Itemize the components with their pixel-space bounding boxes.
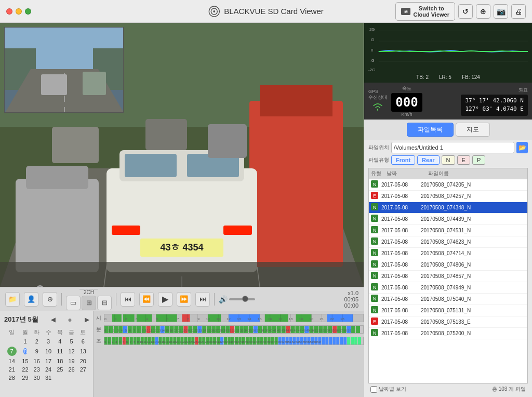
- camera-button[interactable]: 📷: [494, 4, 508, 19]
- timeline-hour-track[interactable]: 0 1 2 3 4 5 6 7 8 9 10 11 12: [104, 314, 364, 322]
- cal-day[interactable]: 11: [54, 346, 65, 357]
- main-video[interactable]: 43ㅎ 4354: [0, 23, 364, 287]
- svg-text:43ㅎ 4354: 43ㅎ 4354: [160, 242, 203, 253]
- n-filter-button[interactable]: N: [442, 155, 455, 165]
- file-list-item[interactable]: N2017-05-0820170508_074857_N: [369, 271, 527, 282]
- cal-day[interactable]: 17: [43, 357, 54, 365]
- cal-day[interactable]: [77, 374, 89, 382]
- cal-day[interactable]: 9: [31, 346, 43, 357]
- rear-filter-button[interactable]: Rear: [417, 155, 439, 165]
- cal-day[interactable]: 23: [31, 365, 43, 374]
- cal-day[interactable]: 7: [4, 346, 19, 357]
- file-list-item[interactable]: N2017-05-0820170508_075200_N: [369, 328, 527, 339]
- cal-day[interactable]: 10: [43, 346, 54, 357]
- file-list-item[interactable]: E2017-05-0820170508_075133_E: [369, 316, 527, 328]
- file-list-item[interactable]: N2017-05-0820170508_074439_N: [369, 214, 527, 225]
- dual-view-button[interactable]: ⊞: [82, 296, 96, 310]
- col-type: 유형: [369, 168, 384, 179]
- cal-day[interactable]: 25: [54, 365, 65, 374]
- skip-forward-button[interactable]: ⏭: [195, 292, 210, 307]
- cal-day[interactable]: 24: [43, 365, 54, 374]
- cal-day[interactable]: 13: [77, 346, 89, 357]
- cal-day[interactable]: 15: [19, 357, 31, 365]
- file-list-item[interactable]: N2017-05-0820170508_075131_N: [369, 305, 527, 316]
- location-button[interactable]: ⊕: [476, 4, 490, 19]
- timeline-minute-track[interactable]: 0 1 2 3 4 5 6 7 8 9 10 11 12: [104, 325, 364, 334]
- cal-day[interactable]: 6: [77, 337, 89, 346]
- p-filter-button[interactable]: P: [472, 155, 485, 165]
- cal-day[interactable]: 2: [31, 337, 43, 346]
- cal-day[interactable]: 30: [31, 374, 43, 382]
- cal-day[interactable]: 29: [19, 374, 31, 382]
- people-button[interactable]: 👤: [24, 292, 38, 307]
- map-tab[interactable]: 지도: [456, 123, 490, 137]
- cal-day[interactable]: 27: [77, 365, 89, 374]
- cal-day[interactable]: 26: [65, 365, 77, 374]
- e-filter-button[interactable]: E: [457, 155, 470, 165]
- cal-day[interactable]: 3: [43, 337, 54, 346]
- cal-day[interactable]: 14: [4, 357, 19, 365]
- file-list-item[interactable]: N2017-05-0820170508_075040_N: [369, 294, 527, 305]
- cal-day[interactable]: 8: [19, 346, 31, 357]
- svg-text:20: 20: [309, 317, 313, 321]
- maximize-button[interactable]: [25, 8, 31, 15]
- single-view-button[interactable]: ▭: [66, 296, 81, 310]
- file-open-button[interactable]: 📂: [516, 142, 528, 153]
- date-filter-checkbox[interactable]: [370, 386, 377, 393]
- svg-text:27: 27: [201, 341, 205, 344]
- switch-cloud-button[interactable]: ⇄ Switch to Cloud Viewer: [395, 2, 455, 21]
- front-filter-button[interactable]: Front: [391, 155, 415, 165]
- cal-wed-header: 수: [43, 327, 54, 337]
- file-list-item[interactable]: N2017-05-0820170508_074806_N: [369, 259, 527, 271]
- cal-day[interactable]: 18: [54, 357, 65, 365]
- svg-text:4: 4: [121, 329, 123, 333]
- cal-day[interactable]: 21: [4, 365, 19, 374]
- cal-prev-button[interactable]: ◀: [51, 316, 55, 323]
- cal-day[interactable]: [4, 337, 19, 346]
- minimize-button[interactable]: [16, 8, 22, 15]
- cal-day[interactable]: 20: [77, 357, 89, 365]
- file-list-item[interactable]: N2017-05-0820170508_074623_N: [369, 236, 527, 248]
- svg-text:15: 15: [258, 317, 262, 321]
- next-frame-button[interactable]: ⏩: [177, 292, 191, 307]
- file-list[interactable]: N2017-05-0820170508_074205_NE2017-05-082…: [368, 179, 528, 383]
- file-list-tab[interactable]: 파일목록: [407, 123, 454, 137]
- cal-day[interactable]: 19: [65, 357, 77, 365]
- file-list-item[interactable]: N2017-05-0820170508_074348_N: [369, 202, 527, 214]
- total-time: 00:00: [344, 302, 358, 309]
- file-list-item[interactable]: N2017-05-0820170508_074531_N: [369, 225, 527, 236]
- cal-day[interactable]: 16: [31, 357, 43, 365]
- file-path-input[interactable]: [391, 142, 514, 153]
- file-list-item[interactable]: N2017-05-0820170508_074714_N: [369, 248, 527, 259]
- cal-day[interactable]: 22: [19, 365, 31, 374]
- play-button[interactable]: ▶: [158, 292, 172, 307]
- svg-text:50: 50: [285, 341, 288, 344]
- file-list-item[interactable]: E2017-05-0820170508_074257_N: [369, 191, 527, 202]
- speed-time-display: x1.0 00:05 00:00: [344, 290, 358, 309]
- prev-frame-button[interactable]: ⏪: [139, 292, 154, 307]
- cal-day[interactable]: 31: [43, 374, 54, 382]
- cal-day[interactable]: 4: [54, 337, 65, 346]
- cal-next-button[interactable]: ▶: [85, 316, 89, 323]
- cal-day[interactable]: [65, 374, 77, 382]
- file-list-item[interactable]: N2017-05-0820170508_074949_N: [369, 282, 527, 294]
- svg-text:51: 51: [288, 341, 292, 344]
- skip-back-button[interactable]: ⏮: [121, 292, 135, 307]
- cal-day[interactable]: 28: [4, 374, 19, 382]
- timeline-second-track[interactable]: 0 1 2 3 4 5 6 7 8 9 10 11 12: [104, 337, 364, 345]
- cal-day[interactable]: 5: [65, 337, 77, 346]
- pip-video[interactable]: [4, 27, 124, 113]
- file-list-item[interactable]: N2017-05-0820170508_074205_N: [369, 179, 527, 191]
- file-browser-button[interactable]: 📁: [5, 292, 20, 307]
- timeline-hour-label: 시: [94, 314, 104, 322]
- print-button[interactable]: 🖨: [511, 4, 526, 19]
- cal-day[interactable]: 1: [19, 337, 31, 346]
- cal-day[interactable]: [54, 374, 65, 382]
- close-button[interactable]: [6, 8, 12, 15]
- location-ctrl-button[interactable]: ⊕: [43, 292, 57, 307]
- cal-day[interactable]: 12: [65, 346, 77, 357]
- divider-1: [61, 293, 62, 306]
- volume-slider[interactable]: 🔊: [219, 295, 255, 303]
- refresh-button[interactable]: ↺: [458, 4, 473, 19]
- quad-view-button[interactable]: ⊟: [97, 296, 112, 310]
